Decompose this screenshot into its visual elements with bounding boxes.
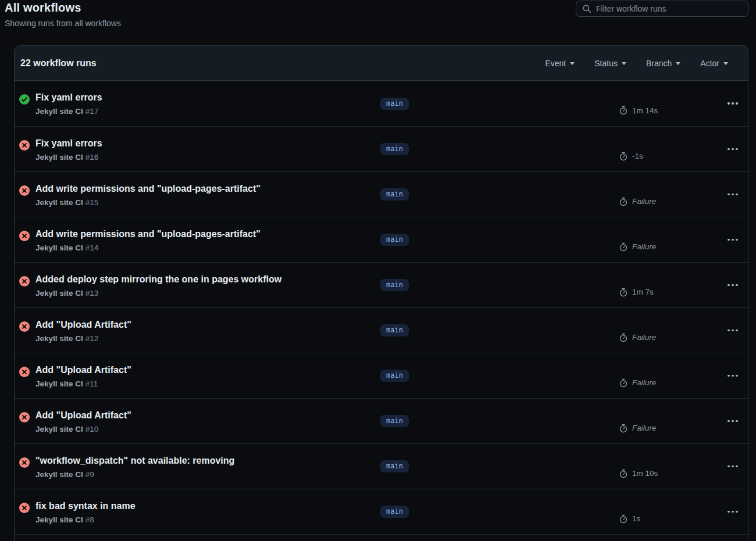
branch-badge[interactable]: main: [380, 324, 409, 336]
stopwatch-icon: [619, 378, 628, 388]
run-duration-cell: 1m 7s: [601, 288, 718, 297]
workflow-name-link[interactable]: Jekyll site CI: [35, 107, 83, 116]
workflow-runs-count: 22 workflow runs: [20, 58, 97, 69]
run-duration-cell: Failure: [601, 378, 718, 388]
run-main-cell: Added deploy step mirroring the one in p…: [19, 273, 380, 298]
run-title-link[interactable]: Fix yaml errors: [35, 92, 102, 103]
run-title-link[interactable]: Added deploy step mirroring the one in p…: [35, 274, 281, 285]
run-duration-cell: -1s: [601, 152, 718, 161]
status-icon: [19, 412, 30, 422]
branch-badge[interactable]: main: [380, 98, 409, 110]
run-duration: 1s: [632, 514, 640, 523]
kebab-menu-icon[interactable]: [726, 281, 739, 290]
filter-workflow-runs-input[interactable]: [596, 4, 742, 13]
branch-filter-dropdown[interactable]: Branch: [646, 59, 680, 68]
workflow-name-link[interactable]: Jekyll site CI: [35, 153, 83, 162]
workflow-name-link[interactable]: Jekyll site CI: [35, 470, 83, 479]
run-branch-cell: main: [380, 279, 601, 291]
workflow-name-link[interactable]: Jekyll site CI: [35, 289, 83, 298]
run-number: #10: [85, 425, 99, 433]
run-title-link[interactable]: Add "Upload Artifact": [35, 410, 131, 421]
workflow-runs-panel: 22 workflow runs Event Status Branch Act…: [14, 45, 748, 541]
status-icon: [19, 503, 30, 513]
kebab-menu-icon[interactable]: [726, 235, 739, 245]
run-duration-cell: 1s: [601, 514, 718, 524]
run-duration: Failure: [632, 197, 656, 206]
workflow-name-link[interactable]: Jekyll site CI: [35, 243, 83, 252]
branch-badge[interactable]: main: [380, 234, 409, 246]
workflow-name-link[interactable]: Jekyll site CI: [35, 334, 83, 343]
run-actions-cell: [718, 235, 748, 245]
run-duration-cell: 1m 10s: [601, 469, 718, 478]
kebab-menu-icon[interactable]: [726, 462, 739, 471]
run-titles: Add "Upload Artifact" Jekyll site CI#12: [35, 320, 131, 343]
status-icon: [19, 140, 30, 151]
chevron-down-icon: [723, 62, 728, 65]
run-number: #14: [85, 243, 99, 252]
workflow-name-link[interactable]: Jekyll site CI: [35, 198, 83, 207]
run-subtitle: Jekyll site CI#16: [35, 153, 102, 162]
run-titles: Add write permissions and "upload-pages-…: [35, 229, 261, 252]
run-subtitle: Jekyll site CI#13: [35, 289, 281, 298]
kebab-menu-icon[interactable]: [726, 145, 739, 154]
run-number: #15: [85, 198, 99, 207]
run-subtitle: Jekyll site CI#17: [35, 107, 102, 116]
branch-badge[interactable]: main: [380, 415, 409, 427]
run-titles: Fix yaml errors Jekyll site CI#17: [35, 92, 102, 116]
status-filter-dropdown[interactable]: Status: [594, 59, 626, 68]
stopwatch-icon: [619, 469, 628, 478]
run-title-link[interactable]: Add write permissions and "upload-pages-…: [35, 184, 261, 194]
kebab-menu-icon[interactable]: [726, 371, 739, 381]
run-duration-cell: Failure: [601, 424, 718, 433]
branch-badge[interactable]: main: [380, 143, 409, 155]
run-branch-cell: main: [380, 188, 601, 200]
status-icon: [19, 231, 30, 241]
run-title-link[interactable]: Fix yaml errors: [35, 138, 102, 149]
run-duration: 1m 14s: [632, 106, 658, 115]
kebab-menu-icon[interactable]: [726, 417, 739, 426]
filter-workflow-runs-box[interactable]: [576, 1, 748, 17]
workflow-run-row: Add write permissions and "upload-pages-…: [15, 171, 748, 217]
branch-badge[interactable]: main: [380, 370, 409, 382]
run-branch-cell: main: [380, 98, 601, 110]
workflow-run-row: Fix yaml errors Jekyll site CI#17 main 1…: [15, 81, 748, 126]
run-branch-cell: main: [380, 415, 601, 427]
branch-filter-label: Branch: [646, 59, 672, 68]
run-title-link[interactable]: fix bad syntax in name: [35, 501, 135, 511]
page-subtitle: Showing runs from all workflows: [5, 19, 756, 28]
branch-badge[interactable]: main: [380, 279, 409, 291]
workflow-run-row: Fix yaml errors Jekyll site CI#16 main -…: [15, 126, 748, 171]
chevron-down-icon: [622, 62, 626, 65]
kebab-menu-icon[interactable]: [726, 99, 739, 108]
run-main-cell: Fix yaml errors Jekyll site CI#17: [19, 91, 380, 116]
run-duration: -1s: [632, 152, 643, 160]
run-main-cell: Add "Upload Artifact" Jekyll site CI#11: [19, 364, 380, 388]
run-main-cell: Add write permissions and "upload-pages-…: [19, 182, 380, 207]
kebab-menu-icon[interactable]: [726, 507, 739, 517]
workflow-name-link[interactable]: Jekyll site CI: [35, 515, 83, 524]
run-title-link[interactable]: Add write permissions and "upload-pages-…: [35, 229, 261, 239]
run-branch-cell: main: [380, 370, 601, 382]
run-duration: 1m 7s: [632, 288, 654, 296]
kebab-menu-icon[interactable]: [726, 326, 739, 335]
run-title-link[interactable]: Add "Upload Artifact": [35, 320, 131, 330]
kebab-menu-icon[interactable]: [726, 190, 739, 199]
stopwatch-icon: [619, 242, 628, 252]
status-icon: [19, 276, 30, 286]
workflow-name-link[interactable]: Jekyll site CI: [35, 425, 83, 433]
actor-filter-dropdown[interactable]: Actor: [700, 59, 728, 68]
branch-badge[interactable]: main: [380, 506, 409, 518]
run-titles: Add "Upload Artifact" Jekyll site CI#11: [35, 365, 131, 388]
workflow-name-link[interactable]: Jekyll site CI: [35, 379, 83, 388]
run-title-link[interactable]: Add "Upload Artifact": [35, 365, 131, 375]
workflow-run-row: fix bad syntax in name Jekyll site CI#8 …: [15, 489, 748, 534]
event-filter-dropdown[interactable]: Event: [545, 59, 575, 68]
branch-badge[interactable]: main: [380, 460, 409, 472]
workflow-run-row: Add "Upload Artifact" Jekyll site CI#12 …: [15, 307, 748, 353]
run-duration: Failure: [632, 378, 656, 387]
run-titles: Add write permissions and "upload-pages-…: [35, 184, 261, 207]
branch-badge[interactable]: main: [380, 188, 409, 200]
run-number: #9: [85, 470, 94, 479]
run-duration-cell: 1m 14s: [601, 106, 718, 115]
run-title-link[interactable]: "workflow_dispatch" not available: remov…: [35, 456, 234, 466]
